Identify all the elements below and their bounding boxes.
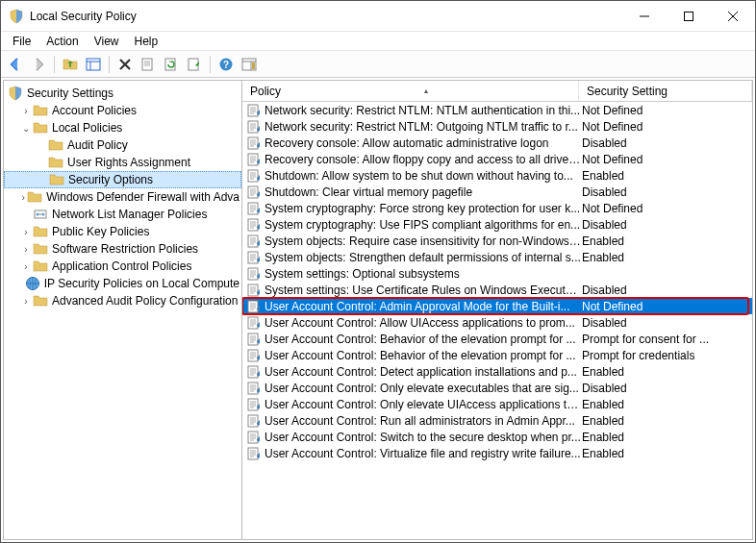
policy-row[interactable]: Network security: Restrict NTLM: Outgoin… [242,118,752,135]
refresh-button[interactable] [161,54,182,75]
folder-icon [33,224,48,239]
tree-item-label: Audit Policy [67,138,128,152]
policy-item-icon [246,413,262,429]
policy-row[interactable]: Recovery console: Allow automatic admini… [242,135,752,151]
policy-name: Shutdown: Allow system to be shut down w… [265,169,582,183]
tree-item[interactable]: IP Security Policies on Local Compute [4,275,241,292]
policy-row[interactable]: Shutdown: Allow system to be shut down w… [242,167,752,184]
list-body[interactable]: Network security: Restrict NTLM: NTLM au… [242,102,752,539]
tree-item-label: Application Control Policies [52,259,191,273]
policy-row[interactable]: User Account Control: Behavior of the el… [242,347,752,363]
folder-icon [48,137,63,153]
chevron-right-icon[interactable]: › [19,225,33,238]
policy-item-icon [246,381,262,396]
policy-row[interactable]: User Account Control: Only elevate UIAcc… [242,396,752,412]
tree-item[interactable]: ›Public Key Policies [4,223,241,240]
chevron-right-icon[interactable]: › [19,242,33,256]
policy-item-icon [246,299,262,314]
policy-item-icon [246,266,262,282]
policy-setting: Prompt for consent for ... [582,333,752,346]
policy-row[interactable]: User Account Control: Switch to the secu… [242,429,752,445]
chevron-right-icon[interactable]: › [19,294,33,308]
tree-item[interactable]: ⌄Local Policies [4,119,241,136]
chevron-right-icon [36,173,49,186]
policy-row[interactable]: System cryptography: Use FIPS compliant … [242,216,752,233]
maximize-button[interactable] [667,1,711,31]
policy-row[interactable]: User Account Control: Detect application… [242,363,752,380]
tree-item-label: Local Policies [52,121,122,135]
policy-item-icon [246,119,262,135]
up-button[interactable] [60,54,81,75]
menu-file[interactable]: File [5,33,38,50]
policy-row[interactable]: System objects: Require case insensitivi… [242,233,752,249]
tree-item[interactable]: Audit Policy [4,136,241,154]
chevron-right-icon[interactable]: › [19,259,33,273]
toolbar: ? [1,51,755,78]
policy-name: User Account Control: Virtualize file an… [265,447,582,460]
tree-item[interactable]: Security Options [4,171,241,188]
chevron-right-icon [35,156,48,169]
policy-name: User Account Control: Admin Approval Mod… [265,300,582,313]
policy-item-icon [246,217,262,233]
back-button[interactable] [5,54,26,75]
properties-button[interactable] [138,54,159,75]
tree-item[interactable]: ›Advanced Audit Policy Configuration [4,292,241,309]
help-button[interactable]: ? [215,54,237,75]
tree-pane[interactable]: Security Settings ›Account Policies⌄Loca… [4,81,242,539]
policy-row[interactable]: Recovery console: Allow floppy copy and … [242,151,752,167]
tree-root[interactable]: Security Settings [4,85,241,102]
policy-setting: Not Defined [582,202,752,215]
tree-item-label: IP Security Policies on Local Compute [44,277,239,290]
chevron-right-icon[interactable]: › [19,190,27,204]
minimize-button[interactable] [622,1,667,31]
policy-setting: Disabled [582,218,752,232]
folder-icon [33,103,48,118]
chevron-down-icon[interactable]: ⌄ [19,121,33,135]
tree-item[interactable]: ›Application Control Policies [4,258,241,275]
delete-button[interactable] [114,54,136,75]
col-header-setting[interactable]: Security Setting [579,81,752,101]
policy-name: Recovery console: Allow automatic admini… [265,136,582,150]
policy-name: System objects: Require case insensitivi… [265,234,582,248]
tree-item-label: Windows Defender Firewall with Adva [46,190,239,204]
chevron-right-icon[interactable]: › [19,104,33,117]
policy-item-icon [246,136,262,151]
export-button[interactable] [184,54,205,75]
tree-item[interactable]: ›Account Policies [4,102,241,119]
list-pane: Policy ▴ Security Setting Network securi… [242,81,752,539]
tree-item[interactable]: User Rights Assignment [4,154,241,171]
action-pane-button[interactable] [239,54,260,75]
show-hide-tree-button[interactable] [83,54,104,75]
policy-row[interactable]: User Account Control: Admin Approval Mod… [242,298,752,314]
policy-row[interactable]: Shutdown: Clear virtual memory pagefileD… [242,184,752,200]
policy-row[interactable]: System settings: Optional subsystems [242,265,752,282]
policy-row[interactable]: System cryptography: Force strong key pr… [242,200,752,216]
policy-setting: Disabled [582,316,752,330]
nlm-icon [33,207,48,222]
policy-row[interactable]: User Account Control: Behavior of the el… [242,331,752,347]
tree-item[interactable]: ›Windows Defender Firewall with Adva [4,188,241,206]
menu-action[interactable]: Action [38,33,86,50]
policy-setting: Disabled [582,382,752,395]
policy-name: System cryptography: Force strong key pr… [265,202,582,215]
policy-row[interactable]: User Account Control: Virtualize file an… [242,445,752,461]
policy-row[interactable]: Network security: Restrict NTLM: NTLM au… [242,102,752,118]
policy-row[interactable]: System objects: Strengthen default permi… [242,249,752,265]
policy-name: User Account Control: Allow UIAccess app… [265,316,582,330]
policy-setting: Not Defined [582,153,752,166]
policy-row[interactable]: User Account Control: Allow UIAccess app… [242,314,752,331]
tree-item-label: Account Policies [52,104,137,117]
forward-button[interactable] [28,54,49,75]
policy-row[interactable]: User Account Control: Only elevate execu… [242,380,752,396]
close-button[interactable] [711,1,755,31]
tree-item[interactable]: ›Software Restriction Policies [4,240,241,258]
policy-row[interactable]: User Account Control: Run all administra… [242,412,752,429]
col-header-policy[interactable]: Policy ▴ [242,81,579,101]
menu-view[interactable]: View [87,33,127,50]
policy-name: System settings: Optional subsystems [265,267,582,281]
policy-row[interactable]: System settings: Use Certificate Rules o… [242,282,752,298]
tree-item[interactable]: Network List Manager Policies [4,206,241,223]
policy-name: Recovery console: Allow floppy copy and … [265,153,582,166]
svg-rect-13 [252,62,255,69]
menu-help[interactable]: Help [127,33,166,50]
